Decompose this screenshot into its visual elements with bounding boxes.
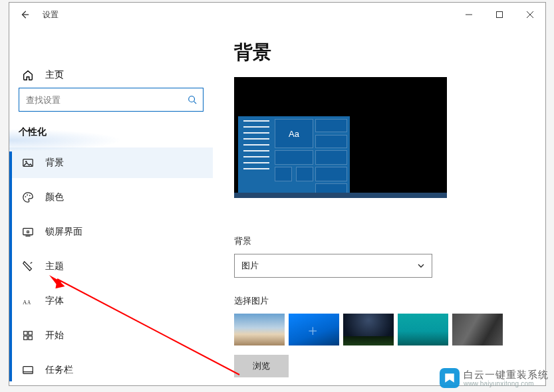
selection-indicator [9, 151, 12, 381]
fonts-icon: AA [21, 295, 35, 307]
settings-window: 设置 [9, 2, 546, 386]
browse-button[interactable]: 浏览 [234, 355, 289, 377]
content-area: 背景 Aa [213, 27, 545, 385]
titlebar: 设置 [9, 3, 545, 27]
back-button[interactable] [9, 3, 40, 27]
browse-button-label: 浏览 [253, 360, 270, 372]
desktop-preview: Aa [234, 77, 447, 198]
maximize-icon [495, 11, 503, 19]
background-type-select[interactable]: 图片 [234, 254, 432, 278]
svg-rect-11 [24, 332, 27, 335]
minimize-icon [465, 11, 473, 19]
svg-rect-0 [497, 12, 503, 18]
close-button[interactable] [515, 3, 545, 27]
sidebar-item-themes[interactable]: 主题 [9, 251, 213, 282]
svg-rect-13 [24, 336, 27, 340]
app-title: 设置 [43, 9, 59, 21]
section-title: 个性化 [9, 112, 213, 142]
sidebar-item-label: 开始 [45, 330, 64, 342]
svg-point-5 [27, 195, 28, 196]
themes-icon [21, 260, 35, 272]
svg-rect-15 [23, 367, 33, 374]
sidebar-item-label: 任务栏 [45, 364, 73, 376]
search-icon [182, 95, 203, 104]
close-icon [526, 11, 534, 19]
picture-icon [21, 157, 35, 169]
nav-list: 背景 颜色 锁屏界面 主题 AA [9, 147, 213, 385]
svg-point-1 [189, 96, 195, 102]
svg-point-6 [29, 195, 31, 196]
select-value: 图片 [241, 260, 259, 272]
choose-picture-label: 选择图片 [234, 295, 525, 307]
home-label: 主页 [45, 69, 64, 81]
search-box[interactable] [19, 88, 204, 112]
sidebar-item-fonts[interactable]: AA 字体 [9, 286, 213, 316]
sidebar: 主页 个性化 背景 [9, 27, 213, 385]
page-title: 背景 [234, 40, 525, 65]
maximize-button[interactable] [484, 3, 515, 27]
svg-rect-12 [29, 332, 32, 335]
picture-thumb[interactable] [289, 314, 339, 345]
svg-rect-7 [23, 229, 33, 235]
sidebar-item-label: 锁屏界面 [45, 226, 82, 238]
svg-text:A: A [23, 299, 27, 306]
sidebar-item-taskbar[interactable]: 任务栏 [9, 355, 213, 385]
arrow-left-icon [20, 10, 29, 19]
picture-thumb[interactable] [452, 314, 503, 345]
sidebar-item-start[interactable]: 开始 [9, 320, 213, 351]
taskbar-icon [21, 364, 35, 376]
picture-thumb[interactable] [398, 314, 448, 345]
picture-thumb[interactable] [234, 314, 285, 345]
preview-sample-text: Aa [275, 119, 313, 148]
sidebar-item-colors[interactable]: 颜色 [9, 182, 213, 213]
preview-taskbar [234, 193, 447, 198]
lockscreen-icon [21, 226, 35, 238]
chevron-down-icon [417, 262, 425, 270]
search-input[interactable] [19, 94, 182, 106]
home-nav[interactable]: 主页 [9, 69, 213, 81]
svg-point-4 [25, 196, 27, 197]
svg-text:A: A [27, 300, 31, 306]
palette-icon [21, 191, 35, 203]
svg-point-3 [25, 161, 27, 162]
picture-thumb[interactable] [343, 314, 394, 345]
minimize-button[interactable] [454, 3, 484, 27]
sidebar-item-label: 背景 [45, 157, 64, 169]
sidebar-item-lockscreen[interactable]: 锁屏界面 [9, 217, 213, 247]
svg-rect-14 [29, 336, 32, 340]
start-icon [21, 330, 35, 342]
background-label: 背景 [234, 235, 525, 247]
sidebar-item-label: 主题 [45, 260, 64, 272]
picture-thumbnails [234, 314, 525, 345]
preview-start-menu: Aa [238, 116, 350, 193]
sidebar-item-label: 颜色 [45, 191, 64, 203]
svg-rect-8 [27, 231, 29, 233]
sidebar-item-background[interactable]: 背景 [9, 147, 213, 178]
sidebar-item-label: 字体 [45, 295, 64, 307]
home-icon [21, 69, 35, 81]
